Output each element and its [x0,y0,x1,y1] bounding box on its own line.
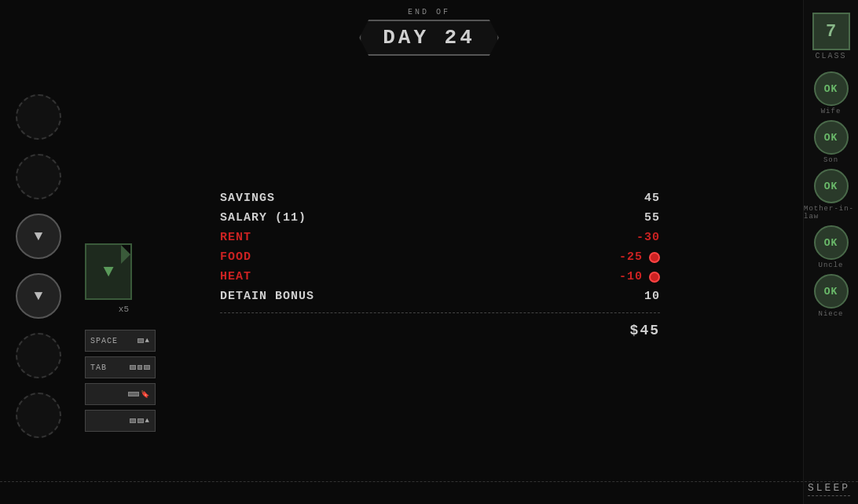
family-member-mother-in-law: OKMother-in-law [804,169,858,221]
ledger-value: 55 [621,211,660,225]
circle-btn-1[interactable] [16,94,61,140]
ledger-row-right: -25 [603,250,660,264]
ledger-row: DETAIN BONUS10 [220,287,660,306]
member-name: Mother-in-law [804,205,858,221]
family-member-uncle: OKUncle [804,225,858,269]
ledger-total: $45 [220,320,660,338]
right-sidebar: 7 CLASS OKWifeOKSonOKMother-in-lawOKUncl… [803,0,858,504]
ledger-row: SAVINGS45 [220,188,660,208]
circle-btn-3[interactable]: ▼ [16,214,61,259]
family-member-son: OKSon [804,120,858,164]
ledger-row-right: -30 [621,231,660,244]
book-icon: 🔖 [128,390,150,399]
main-content: SAVINGS45SALARY (11)55RENT-30FOOD-25HEAT… [220,188,660,338]
family-list: OKWifeOKSonOKMother-in-lawOKUncleOKNiece [804,71,858,323]
ok-badge[interactable]: OK [814,120,849,155]
member-name: Uncle [818,261,843,269]
bag-button[interactable]: ▲ [85,410,156,432]
document-icon[interactable]: ▼ [85,243,132,300]
ledger-row: FOOD-25 [220,247,660,267]
circle-btn-6[interactable] [16,393,61,438]
ledger-label: FOOD [220,250,251,264]
space-icon: ▲ [138,337,150,345]
toolbar: SPACE ▲ TAB 🔖 ▲ [85,330,156,432]
circle-btn-4[interactable]: ▼ [16,273,61,319]
space-label: SPACE [90,337,118,345]
tab-button[interactable]: TAB [85,356,156,378]
tab-icon [130,365,150,370]
ledger-label: RENT [220,231,251,244]
bird-icon: ▼ [35,288,43,304]
family-member-wife: OKWife [804,71,858,115]
family-member-niece: OKNiece [804,274,858,318]
sleep-button[interactable]: SLEEP [808,482,850,496]
ledger-row: HEAT-10 [220,267,660,287]
member-name: Niece [818,310,843,318]
ledger-divider [220,312,660,313]
ok-badge[interactable]: OK [814,274,849,309]
ledger-value: 45 [621,192,660,205]
ledger-row: SALARY (11)55 [220,208,660,228]
ledger-value: -10 [603,270,643,283]
chevron-icon: ▼ [35,228,43,244]
ok-badge[interactable]: OK [814,169,849,203]
ledger-row-right: -10 [603,270,660,283]
item-count: x5 [119,305,129,314]
book-button[interactable]: 🔖 [85,383,156,405]
left-sidebar: ▼ ▼ [16,94,61,438]
ok-badge[interactable]: OK [814,225,849,260]
ledger-row: RENT-30 [220,228,660,247]
ledger-value: -25 [603,250,643,264]
class-badge: 7 [812,13,850,50]
member-name: Wife [821,108,842,115]
alert-dot [649,272,660,283]
member-name: Son [823,156,838,164]
ledger-label: SAVINGS [220,192,275,205]
bottom-dashed-line [0,481,858,482]
ledger-table: SAVINGS45SALARY (11)55RENT-30FOOD-25HEAT… [220,188,660,338]
ledger-value: 10 [621,290,660,303]
ledger-label: DETAIN BONUS [220,290,314,303]
end-of-label: END OF [408,8,450,16]
ledger-row-right: 55 [621,211,660,225]
ledger-value: -30 [621,231,660,244]
header: END OF DAY 24 [359,8,499,56]
circle-btn-2[interactable] [16,154,61,199]
bag-icon: ▲ [130,417,150,425]
ledger-row-right: 10 [621,290,660,303]
doc-symbol: ▼ [103,262,113,282]
class-label: CLASS [815,52,846,60]
space-button[interactable]: SPACE ▲ [85,330,156,352]
ledger-row-right: 45 [621,192,660,205]
circle-btn-5[interactable] [16,333,61,378]
alert-dot [649,252,660,263]
ledger-label: HEAT [220,270,251,283]
ledger-label: SALARY (11) [220,211,306,225]
day-badge: DAY 24 [359,20,499,56]
item-area: ▼ x5 [85,243,132,314]
tab-label: TAB [90,363,107,372]
ok-badge[interactable]: OK [814,71,849,106]
